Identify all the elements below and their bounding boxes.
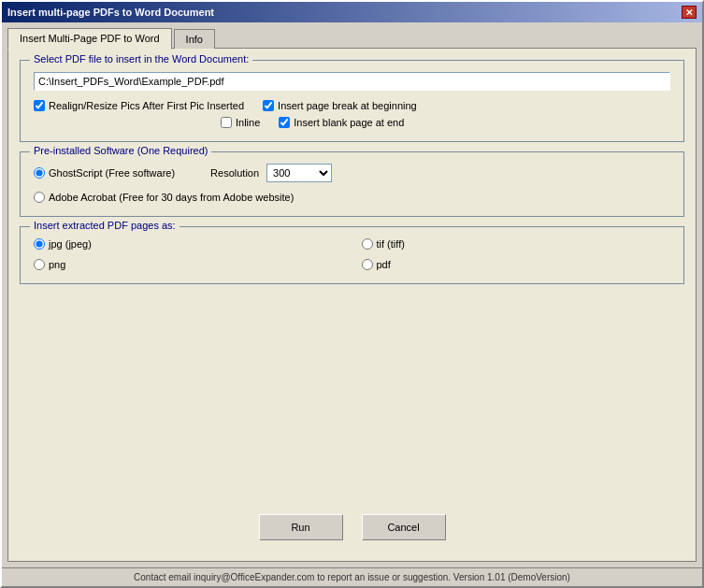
window-title: Insert multi-page PDFs to Word Document — [7, 7, 214, 18]
radio-ghostscript-input[interactable] — [34, 167, 45, 179]
radio-png-input[interactable] — [34, 259, 45, 270]
checkbox-inline[interactable]: Inline — [221, 117, 260, 128]
preinstalled-group: Pre-installed Software (One Required) Gh… — [20, 151, 684, 217]
buttons-row: Run Cancel — [20, 505, 684, 550]
tab-content: Select PDF file to insert in the Word Do… — [7, 48, 697, 562]
checkbox-blank-page-input[interactable] — [279, 117, 290, 128]
pdf-group-title: Select PDF file to insert in the Word Do… — [30, 53, 252, 65]
radio-tif-input[interactable] — [362, 238, 373, 250]
cancel-button[interactable]: Cancel — [362, 514, 446, 540]
checkboxes-row-1: Realign/Resize Pics After First Pic Inse… — [34, 100, 670, 111]
resolution-label: Resolution — [210, 167, 259, 179]
radio-adobe-input[interactable] — [34, 192, 45, 203]
status-text: Contact email inquiry@OfficeExpander.com… — [134, 572, 570, 582]
checkbox-page-break[interactable]: Insert page break at beginning — [263, 100, 417, 111]
close-button[interactable]: ✕ — [682, 6, 697, 19]
tab-main[interactable]: Insert Multi-Page PDF to Word — [7, 28, 172, 50]
resolution-select[interactable]: 300 150 200 600 — [266, 164, 332, 182]
file-path-row — [34, 72, 670, 91]
ghostscript-row: GhostScript (Free software) Resolution 3… — [34, 164, 670, 182]
insert-pages-group: Insert extracted PDF pages as: jpg (jpeg… — [20, 226, 684, 284]
pages-grid: jpg (jpeg) tif (tiff) png pdf — [34, 238, 670, 270]
radio-tif[interactable]: tif (tiff) — [362, 238, 671, 250]
window-body: Insert Multi-Page PDF to Word Info Selec… — [2, 22, 702, 567]
main-window: Insert multi-page PDFs to Word Document … — [0, 0, 704, 588]
file-path-input[interactable] — [34, 72, 670, 91]
tab-bar: Insert Multi-Page PDF to Word Info — [7, 28, 697, 49]
checkbox-page-break-input[interactable] — [263, 100, 274, 111]
pdf-group: Select PDF file to insert in the Word Do… — [20, 60, 684, 142]
title-bar: Insert multi-page PDFs to Word Document … — [2, 2, 702, 22]
run-button[interactable]: Run — [259, 514, 343, 540]
preinstalled-group-title: Pre-installed Software (One Required) — [30, 145, 211, 156]
adobe-row: Adobe Acrobat (Free for 30 days from Ado… — [34, 192, 670, 203]
radio-ghostscript[interactable]: GhostScript (Free software) — [34, 167, 175, 179]
radio-pdf[interactable]: pdf — [362, 259, 671, 270]
checkbox-realign[interactable]: Realign/Resize Pics After First Pic Inse… — [34, 100, 244, 111]
radio-png[interactable]: png — [34, 259, 343, 270]
radio-jpg[interactable]: jpg (jpeg) — [34, 238, 343, 250]
checkbox-inline-input[interactable] — [221, 117, 232, 128]
radio-pdf-input[interactable] — [362, 259, 373, 270]
radio-adobe[interactable]: Adobe Acrobat (Free for 30 days from Ado… — [34, 192, 670, 203]
status-bar: Contact email inquiry@OfficeExpander.com… — [2, 567, 702, 586]
checkbox-realign-input[interactable] — [34, 100, 45, 111]
insert-pages-group-title: Insert extracted PDF pages as: — [30, 220, 180, 231]
checkboxes-row-2: Inline Insert blank page at end — [34, 117, 670, 128]
tab-info[interactable]: Info — [174, 29, 215, 49]
checkbox-blank-page[interactable]: Insert blank page at end — [279, 117, 404, 128]
radio-jpg-input[interactable] — [34, 238, 45, 250]
